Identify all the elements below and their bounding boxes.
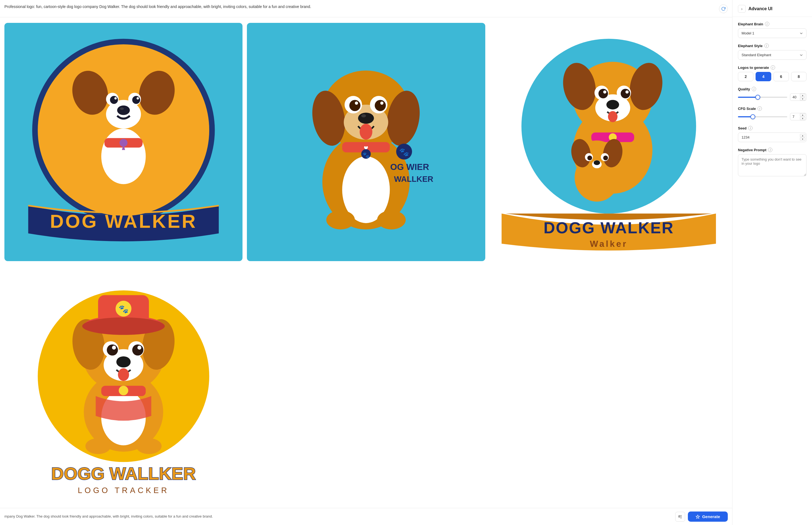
svg-point-41 [377, 210, 406, 229]
count-6-button[interactable]: 6 [774, 72, 789, 81]
cfg-stepper-arrows: ▲ ▼ [800, 113, 806, 120]
svg-point-54 [598, 89, 608, 98]
svg-point-35 [360, 124, 372, 140]
prompt-bar: Professional logo: fun, cartoon-style do… [0, 0, 732, 17]
svg-point-91 [137, 345, 141, 349]
negative-prompt-label: Negative Prompt i [738, 148, 807, 152]
count-4-button[interactable]: 4 [755, 72, 771, 81]
count-2-button[interactable]: 2 [738, 72, 753, 81]
svg-point-95 [119, 386, 128, 395]
svg-text:DOG WALKER: DOG WALKER [50, 210, 197, 232]
svg-point-13 [137, 97, 139, 100]
sidebar: › Advance UI Elephant Brain i Model 1 Mo… [732, 0, 812, 525]
seed-info-icon[interactable]: i [748, 126, 752, 130]
svg-point-15 [120, 107, 124, 110]
logo-grid: DOG WALKER [0, 17, 732, 508]
quality-label: Quality i [738, 87, 807, 91]
quality-up-arrow[interactable]: ▲ [800, 94, 806, 97]
svg-point-59 [608, 111, 618, 122]
cfg-down-arrow[interactable]: ▼ [800, 117, 806, 120]
logo-card-3[interactable]: DOGG WALKER Walker [490, 23, 728, 261]
svg-point-97 [136, 438, 161, 454]
negative-prompt-textarea[interactable] [738, 154, 807, 176]
logo-card-4[interactable]: 🐾 [4, 265, 243, 503]
elephant-style-info-icon[interactable]: i [764, 44, 769, 48]
svg-point-32 [380, 102, 384, 105]
seed-section: Seed i ▲ ▼ [738, 126, 807, 142]
svg-point-58 [606, 100, 619, 110]
svg-point-34 [361, 114, 366, 118]
elephant-brain-label: Elephant Brain i [738, 22, 807, 26]
refresh-button[interactable] [719, 4, 728, 13]
svg-point-103 [678, 516, 680, 517]
svg-text:🐾: 🐾 [362, 152, 370, 159]
svg-point-71 [594, 160, 600, 165]
logo-card-2[interactable]: ♥ 🐾 OG WIER WALLKER 🐾 [247, 23, 485, 261]
logo-image-4: 🐾 [4, 265, 243, 503]
generate-label: Generate [702, 514, 720, 519]
svg-point-29 [349, 100, 360, 111]
elephant-brain-info-icon[interactable]: i [765, 22, 769, 26]
sidebar-header: › Advance UI [732, 0, 812, 17]
elephant-brain-select[interactable]: Model 1 Model 2 Model 3 [738, 28, 807, 38]
svg-point-33 [358, 112, 374, 124]
svg-point-55 [621, 89, 630, 98]
settings-button[interactable] [675, 512, 685, 522]
logo-image-2: ♥ 🐾 OG WIER WALLKER 🐾 [247, 23, 485, 261]
logo-image-1: DOG WALKER [4, 23, 243, 261]
logo-card-1[interactable]: DOG WALKER [4, 23, 243, 261]
svg-point-68 [587, 156, 592, 160]
svg-text:🐾: 🐾 [399, 147, 409, 157]
svg-point-19 [135, 176, 160, 195]
logos-count-info-icon[interactable]: i [771, 65, 775, 70]
svg-text:LOGO TRACKER: LOGO TRACKER [78, 485, 169, 494]
seed-stepper-wrapper: ▲ ▼ [738, 133, 807, 142]
negative-prompt-info-icon[interactable]: i [768, 148, 772, 152]
svg-text:DOGG WALLKER: DOGG WALLKER [51, 464, 196, 483]
logos-to-generate-label: Logos to generate i [738, 65, 807, 70]
seed-up-arrow[interactable]: ▲ [800, 134, 806, 137]
quality-stepper: ▲ ▼ [790, 93, 807, 101]
seed-down-arrow[interactable]: ▼ [800, 137, 806, 141]
cfg-slider-track [738, 114, 787, 120]
logo-image-3: DOGG WALKER Walker [490, 23, 728, 261]
quality-slider-track [738, 94, 787, 100]
seed-stepper-arrows: ▲ ▼ [800, 134, 806, 141]
generate-button[interactable]: Generate [688, 511, 728, 522]
svg-point-6 [101, 129, 146, 184]
svg-point-89 [132, 344, 143, 355]
seed-label: Seed i [738, 126, 807, 130]
cfg-scale-label: CFG Scale i [738, 106, 807, 111]
svg-text:🐾: 🐾 [119, 304, 128, 314]
negative-prompt-section: Negative Prompt i [738, 148, 807, 176]
svg-point-31 [355, 102, 358, 105]
sidebar-content: Elephant Brain i Model 1 Model 2 Model 3… [732, 17, 812, 181]
svg-point-92 [116, 356, 131, 367]
sidebar-title: Advance UI [748, 6, 772, 11]
svg-point-96 [85, 438, 111, 454]
cfg-scale-info-icon[interactable]: i [758, 106, 762, 111]
quality-info-icon[interactable]: i [752, 87, 756, 91]
svg-point-30 [375, 100, 386, 111]
count-8-button[interactable]: 8 [791, 72, 807, 81]
svg-point-56 [603, 90, 606, 94]
svg-point-57 [625, 90, 629, 94]
svg-point-90 [112, 345, 116, 349]
seed-input[interactable] [738, 133, 807, 142]
collapse-button[interactable]: › [738, 5, 746, 13]
svg-point-69 [603, 156, 608, 160]
quality-down-arrow[interactable]: ▼ [800, 97, 806, 101]
chevron-right-icon: › [741, 6, 743, 11]
cfg-scale-slider-container: ▲ ▼ [738, 113, 807, 120]
svg-point-18 [87, 176, 112, 195]
cfg-up-arrow[interactable]: ▲ [800, 113, 806, 117]
svg-text:Walker: Walker [590, 239, 628, 249]
cfg-stepper: ▲ ▼ [790, 113, 807, 120]
svg-point-10 [110, 96, 118, 104]
main-area: Professional logo: fun, cartoon-style do… [0, 0, 732, 525]
elephant-style-select[interactable]: Standard Elephant Creative Elephant Mini… [738, 50, 807, 60]
svg-point-88 [107, 344, 118, 355]
svg-point-93 [118, 368, 129, 381]
svg-point-12 [114, 97, 117, 100]
elephant-style-label: Elephant Style i [738, 44, 807, 48]
